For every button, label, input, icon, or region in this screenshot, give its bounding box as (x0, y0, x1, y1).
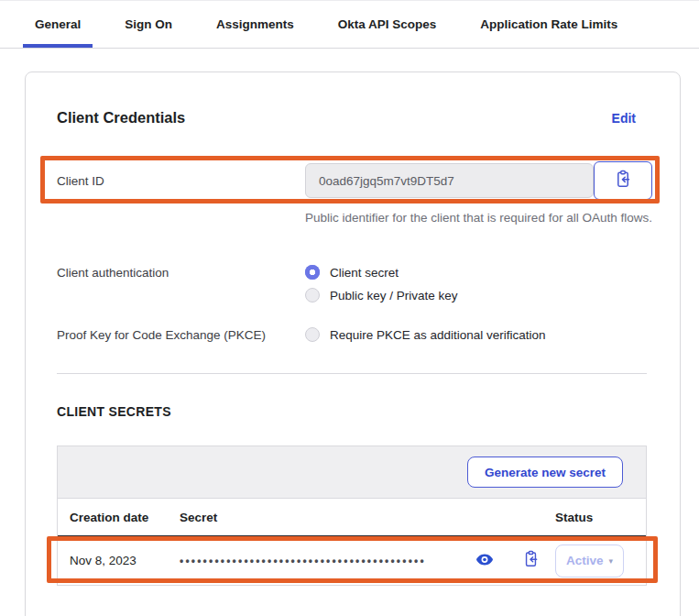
checkbox-unchecked-icon[interactable] (305, 327, 320, 342)
clipboard-copy-icon (614, 170, 632, 192)
chevron-down-icon: ▾ (609, 556, 614, 566)
masked-secret: ••••••••••••••••••••••••••••••••••••••••… (180, 555, 475, 567)
radio-option-label: Public key / Private key (330, 289, 458, 302)
client-authentication-options: Client secret Public key / Private key (305, 265, 458, 311)
client-id-control (305, 161, 652, 200)
status-dropdown-button[interactable]: Active ▾ (555, 544, 624, 578)
status-badge: Active (566, 554, 604, 567)
radio-option-client-secret[interactable]: Client secret (305, 265, 458, 280)
pkce-label: Proof Key for Code Exchange (PKCE) (57, 327, 305, 350)
tab-assignments[interactable]: Assignments (204, 1, 306, 48)
table-row: Nov 8, 2023 ••••••••••••••••••••••••••••… (58, 536, 646, 585)
radio-option-label: Client secret (330, 266, 399, 280)
tab-application-rate-limits[interactable]: Application Rate Limits (468, 1, 629, 48)
client-credentials-card: Client Credentials Edit Client ID Public… (25, 72, 681, 616)
client-id-input[interactable] (305, 163, 594, 198)
radio-selected-icon[interactable] (305, 265, 320, 280)
section-title: Client Credentials (57, 109, 185, 126)
tab-sign-on[interactable]: Sign On (113, 1, 184, 48)
section-divider (57, 373, 647, 374)
pkce-option[interactable]: Require PKCE as additional verification (305, 327, 546, 342)
clipboard-copy-icon (522, 550, 540, 571)
client-authentication-row: Client authentication Client secret Publ… (57, 265, 674, 311)
secrets-table-header: Creation date Secret Status (58, 499, 646, 536)
card-header: Client Credentials Edit (57, 109, 636, 126)
client-id-row: Client ID (57, 157, 674, 204)
column-header-creation-date: Creation date (70, 511, 180, 524)
secret-status-cell: Active ▾ (555, 544, 646, 578)
radio-unselected-icon[interactable] (305, 288, 320, 302)
column-header-status: Status (555, 511, 646, 524)
secrets-toolbar: Generate new secret (58, 446, 646, 499)
tab-general[interactable]: General (23, 1, 93, 48)
edit-link[interactable]: Edit (612, 111, 636, 126)
secret-creation-date: Nov 8, 2023 (70, 554, 180, 567)
copy-secret-button[interactable] (522, 550, 540, 571)
generate-new-secret-button[interactable]: Generate new secret (467, 456, 623, 488)
tab-okta-api-scopes[interactable]: Okta API Scopes (326, 1, 449, 48)
app-tab-bar: General Sign On Assignments Okta API Sco… (0, 0, 699, 49)
client-id-label: Client ID (57, 174, 305, 188)
radio-option-public-private-key[interactable]: Public key / Private key (305, 288, 458, 302)
eye-icon (476, 554, 493, 568)
column-header-secret: Secret (180, 511, 555, 524)
client-secrets-panel: Generate new secret Creation date Secret… (57, 446, 647, 586)
reveal-secret-button[interactable] (476, 554, 493, 568)
client-authentication-label: Client authentication (57, 265, 305, 311)
client-secrets-title: CLIENT SECRETS (57, 404, 171, 419)
secret-value-cell: ••••••••••••••••••••••••••••••••••••••••… (180, 550, 555, 571)
pkce-option-label: Require PKCE as additional verification (330, 328, 546, 342)
copy-client-id-button[interactable] (594, 161, 652, 200)
client-id-help-text: Public identifier for the client that is… (305, 206, 664, 229)
pkce-row: Proof Key for Code Exchange (PKCE) Requi… (57, 327, 674, 350)
